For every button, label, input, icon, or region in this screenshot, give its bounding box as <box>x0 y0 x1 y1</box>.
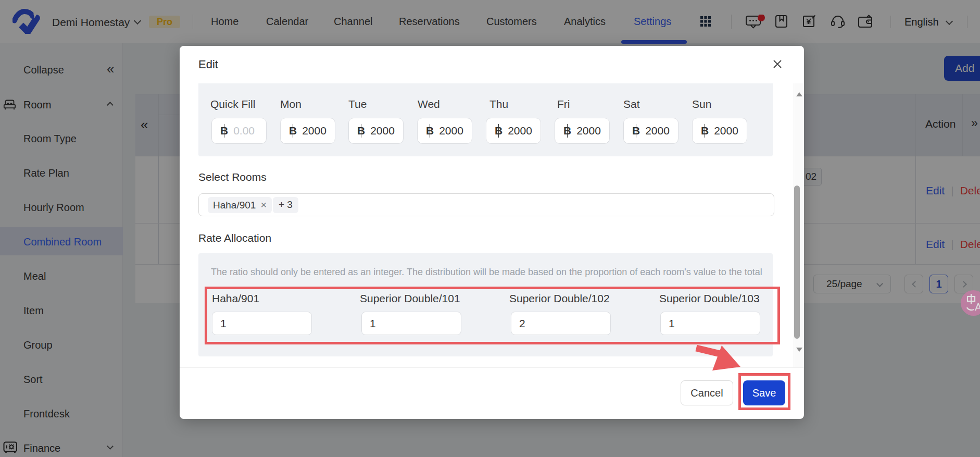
svg-text:A: A <box>975 301 980 313</box>
